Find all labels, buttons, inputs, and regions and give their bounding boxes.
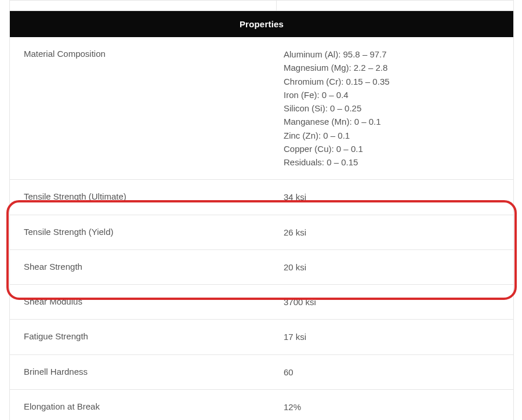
- properties-table: Properties Material Composition Aluminum…: [9, 0, 514, 420]
- property-label: Tensile Strength (Yield): [10, 215, 277, 248]
- property-label: Tensile Strength (Ultimate): [10, 180, 277, 213]
- table-row: Shear Strength 20 ksi: [10, 249, 513, 284]
- table-row: Elongation at Break 12%: [10, 389, 513, 420]
- property-label: Shear Strength: [10, 250, 277, 283]
- property-value: 26 ksi: [277, 215, 513, 249]
- table-row: Material Composition Aluminum (Al): 95.8…: [10, 37, 513, 179]
- property-value: Aluminum (Al): 95.8 – 97.7 Magnesium (Mg…: [277, 37, 513, 179]
- table-row: Brinell Hardness 60: [10, 354, 513, 389]
- property-value: 60: [277, 355, 513, 389]
- property-value: 12%: [277, 390, 513, 420]
- property-label: Brinell Hardness: [10, 355, 277, 388]
- table-body: Material Composition Aluminum (Al): 95.8…: [10, 37, 513, 420]
- property-value: 3700 ksi: [277, 285, 513, 319]
- property-value: 17 ksi: [277, 320, 513, 354]
- table-row: Tensile Strength (Yield) 26 ksi: [10, 215, 513, 249]
- property-label: Fatigue Strength: [10, 320, 277, 353]
- property-label: Elongation at Break: [10, 390, 277, 420]
- table-top-row: [10, 1, 513, 11]
- table-row: Shear Modulus 3700 ksi: [10, 284, 513, 319]
- property-label: Shear Modulus: [10, 285, 277, 318]
- table-row: Tensile Strength (Ultimate) 34 ksi: [10, 179, 513, 214]
- table-row: Fatigue Strength 17 ksi: [10, 319, 513, 354]
- property-value: 34 ksi: [277, 180, 513, 214]
- table-header: Properties: [10, 11, 513, 37]
- property-label: Material Composition: [10, 37, 277, 70]
- header-text: Properties: [240, 19, 284, 29]
- property-value: 20 ksi: [277, 250, 513, 284]
